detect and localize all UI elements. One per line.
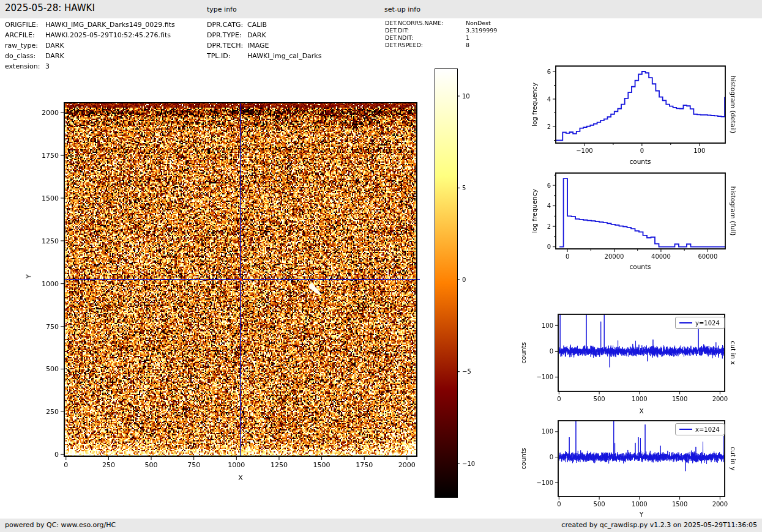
type-info-value: HAWKI_img_cal_Darks	[247, 52, 321, 60]
setup-info-value: NonDest	[466, 20, 491, 26]
footer-powered-by: powered by QC: www.eso.org/HC	[5, 521, 116, 529]
file-info-value: DARK	[45, 52, 64, 60]
type-info-value: IMAGE	[247, 42, 269, 50]
cut-y-legend: x=1024	[675, 423, 725, 435]
hist-detail-side-label: histogram (detail)	[730, 76, 737, 133]
hist-full-xaxis-label: counts	[629, 263, 651, 270]
cut-x-side-label: cut in x	[730, 341, 737, 364]
file-info-value: HAWKI.2025-05-29T10:52:45.276.fits	[45, 31, 171, 39]
hist-detail-xaxis-label: counts	[629, 158, 651, 165]
setup-info-value: 1	[466, 34, 469, 41]
cut-y-side-label: cut in y	[730, 446, 737, 470]
cut-x-xaxis-label: X	[639, 407, 643, 415]
type-info-value: DARK	[247, 31, 266, 39]
legend-line-swatch	[679, 322, 692, 323]
file-info-label: do_class:	[5, 52, 35, 60]
main-image-yaxis-label: Y	[25, 275, 33, 279]
setup-info-value: 3.3199999	[466, 27, 497, 34]
cut-y-legend-label: x=1024	[695, 426, 720, 433]
file-info-value: DARK	[45, 42, 64, 50]
header-bar	[0, 0, 762, 18]
setup-info-label: DET.DIT:	[385, 27, 409, 34]
footer-created-by: created by qc_rawdisp.py v1.2.3 on 2025-…	[561, 521, 757, 529]
file-info-label: ORIGFILE:	[5, 21, 38, 29]
setup-info-label: DET.NDIT:	[385, 34, 413, 41]
file-info-label: ARCFILE:	[5, 31, 35, 39]
file-info-value: 3	[45, 62, 50, 70]
cut-y-xaxis-label: Y	[640, 511, 643, 518]
type-info-value: CALIB	[247, 21, 267, 29]
file-info-value: HAWKI_IMG_DARK_Darks149_0029.fits	[45, 21, 175, 29]
qc-report-page: 2025-05-28: HAWKI type info set-up info …	[0, 0, 762, 532]
legend-line-swatch	[679, 429, 692, 430]
setup-info-label: DET.NCORRS.NAME:	[385, 20, 444, 26]
cut-y-yaxis-label: counts	[520, 448, 527, 469]
main-image-xaxis-label: X	[238, 474, 243, 482]
cut-x-legend-label: y=1024	[695, 320, 720, 327]
cut-x-legend: y=1024	[675, 317, 725, 329]
type-info-label: DPR.TECH:	[207, 42, 243, 50]
hist-full-side-label: histogram (full)	[730, 187, 737, 236]
setup-info-value: 8	[466, 42, 469, 48]
page-title: 2025-05-28: HAWKI	[5, 2, 95, 13]
setup-info-label: DET.RSPEED:	[385, 42, 423, 48]
setup-info-heading: set-up info	[384, 6, 420, 13]
type-info-label: DPR.TYPE:	[207, 31, 242, 39]
file-info-label: raw_type:	[5, 42, 38, 50]
type-info-heading: type info	[207, 6, 237, 13]
type-info-label: TPL.ID:	[207, 52, 230, 60]
file-info-label: extension:	[5, 62, 40, 70]
cut-x-yaxis-label: counts	[520, 342, 527, 363]
type-info-label: DPR.CATG:	[207, 21, 243, 29]
colorbar	[435, 68, 458, 498]
hist-full-yaxis-label: log frequency	[531, 189, 538, 233]
hist-detail-yaxis-label: log frequency	[531, 83, 538, 127]
